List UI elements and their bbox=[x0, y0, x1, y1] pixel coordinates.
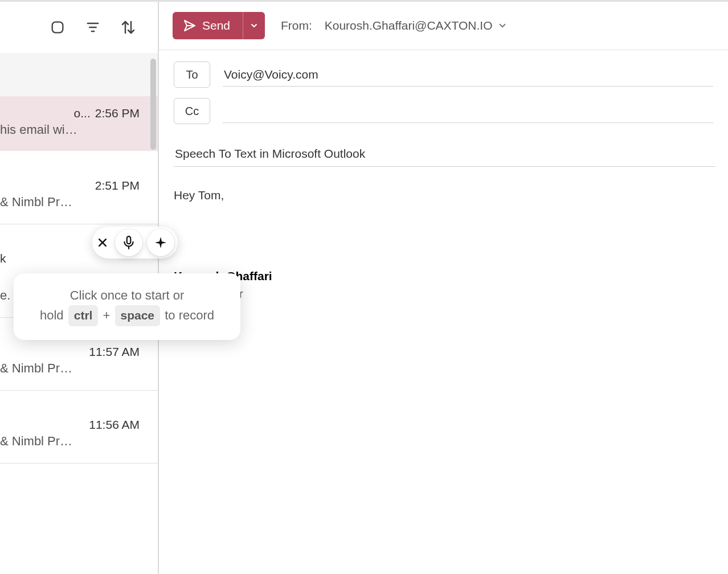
sparkle-icon bbox=[154, 236, 167, 249]
svg-rect-0 bbox=[52, 22, 63, 32]
voicy-pill bbox=[92, 227, 178, 259]
chevron-down-icon bbox=[497, 20, 508, 31]
signature-block: Kourosh Ghaffari under bbox=[174, 267, 713, 303]
from-selector[interactable]: From: Kourosh.Ghaffari@CAXTON.IO bbox=[281, 19, 508, 32]
kbd-ctrl: ctrl bbox=[68, 305, 99, 326]
microphone-icon bbox=[121, 235, 136, 250]
message-time: 11:57 AM bbox=[89, 345, 140, 359]
kbd-space: space bbox=[115, 305, 161, 326]
message-preview: & Nimbl Pr… bbox=[0, 434, 151, 449]
message-preview: his email wi… bbox=[0, 122, 151, 137]
microphone-button[interactable] bbox=[115, 229, 142, 256]
message-row[interactable]: o... 2:56 PM his email wi… bbox=[0, 96, 158, 151]
record-hint-tooltip: Click once to start or hold ctrl + space… bbox=[14, 273, 240, 340]
message-row[interactable]: 2:51 PM & Nimbl Pr… bbox=[0, 151, 158, 224]
cc-input[interactable] bbox=[223, 100, 713, 123]
signature-title: under bbox=[212, 285, 713, 303]
to-row: To bbox=[174, 62, 713, 88]
send-label: Send bbox=[202, 19, 230, 32]
message-row[interactable]: 11:56 AM & Nimbl Pr… bbox=[0, 390, 158, 463]
compose-header: Send From: Kourosh.Ghaffari@CAXTON.IO bbox=[159, 2, 728, 50]
body-greeting: Hey Tom, bbox=[174, 186, 713, 204]
hint-line-2: hold ctrl + space to record bbox=[22, 305, 232, 326]
cc-button[interactable]: Cc bbox=[174, 98, 210, 124]
voicy-widget bbox=[92, 227, 178, 259]
chevron-down-icon bbox=[250, 21, 259, 30]
send-button-group: Send bbox=[173, 12, 265, 39]
filter-icon[interactable] bbox=[83, 17, 103, 38]
row-divider bbox=[0, 463, 158, 464]
cc-row: Cc bbox=[174, 98, 713, 124]
message-preview: & Nimbl Pr… bbox=[0, 195, 151, 210]
subject-row bbox=[174, 141, 713, 167]
message-preview: & Nimbl Pr… bbox=[0, 361, 151, 376]
message-time: 2:51 PM bbox=[95, 179, 140, 192]
list-header-spacer bbox=[0, 53, 158, 96]
app-root: o... 2:56 PM his email wi… 2:51 PM & Nim… bbox=[0, 0, 728, 574]
list-toolbar bbox=[0, 2, 158, 53]
sender-fragment: k bbox=[0, 252, 6, 265]
send-options-button[interactable] bbox=[243, 12, 265, 39]
sender-fragment: o... bbox=[74, 106, 91, 120]
to-button[interactable]: To bbox=[174, 62, 210, 88]
send-button[interactable]: Send bbox=[173, 12, 243, 39]
sort-icon[interactable] bbox=[118, 17, 138, 38]
compose-pane: Send From: Kourosh.Ghaffari@CAXTON.IO bbox=[159, 2, 728, 574]
unread-toggle-icon[interactable] bbox=[47, 17, 68, 38]
list-scrollbar-thumb[interactable] bbox=[150, 59, 156, 150]
recipients-area: To Cc bbox=[159, 50, 728, 124]
svg-rect-7 bbox=[127, 236, 131, 244]
hint-line-1: Click once to start or bbox=[22, 286, 232, 305]
subject-input[interactable] bbox=[174, 141, 715, 167]
from-label: From: bbox=[281, 19, 312, 32]
message-time: 2:56 PM bbox=[95, 106, 140, 120]
sparkle-button[interactable] bbox=[147, 229, 174, 256]
compose-body[interactable]: Hey Tom, Kourosh Ghaffari under bbox=[159, 167, 728, 574]
voicy-close-button[interactable] bbox=[95, 235, 111, 251]
from-email: Kourosh.Ghaffari@CAXTON.IO bbox=[325, 19, 493, 32]
message-time: 11:56 AM bbox=[89, 418, 140, 432]
send-icon bbox=[183, 19, 197, 32]
to-input[interactable] bbox=[223, 63, 713, 87]
close-icon bbox=[97, 237, 108, 248]
signature-name: Kourosh Ghaffari bbox=[174, 267, 713, 285]
